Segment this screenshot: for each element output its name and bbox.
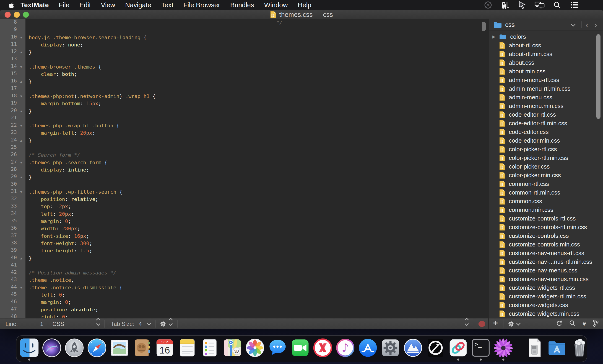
fold-down-icon[interactable]: ▼ [18, 34, 24, 41]
editor-scrollbar-thumb[interactable] [482, 22, 486, 31]
file-item-common-rtl.css[interactable]: common-rtl.css [489, 179, 603, 188]
file-item-code-editor.css[interactable]: code-editor.css [489, 128, 603, 136]
menu-bundles[interactable]: Bundles [225, 0, 259, 10]
fold-down-icon[interactable]: ▼ [18, 93, 24, 100]
dock-reminders-icon[interactable] [200, 338, 220, 357]
close-button[interactable] [5, 12, 11, 18]
dock-itunes-icon[interactable]: ♪ [336, 338, 355, 357]
creative-cloud-icon[interactable]: ∞ [484, 1, 492, 9]
dock-black-bolt-app-icon[interactable] [426, 338, 445, 357]
dock-mail-icon[interactable] [110, 338, 129, 357]
menu-help[interactable]: Help [293, 0, 316, 10]
menu-view[interactable]: View [96, 0, 120, 10]
fold-down-icon[interactable]: ▼ [18, 122, 24, 129]
file-item-about-rtl.css[interactable]: about-rtl.css [489, 41, 603, 50]
file-item-color-picker.min.css[interactable]: color-picker.min.css [489, 171, 603, 179]
code-editor[interactable]: 8910▼1112▲1314▼1516▲1718▼1920▲2122▼2324▲… [0, 19, 489, 319]
fold-up-icon[interactable]: ▲ [18, 137, 24, 144]
file-item-customize-widgets-rtl.css[interactable]: customize-widgets-rtl.css [489, 283, 603, 292]
fold-down-icon[interactable]: ▼ [18, 159, 24, 166]
menu-file-browser[interactable]: File Browser [178, 0, 225, 10]
file-item-color-picker-rtl.css[interactable]: color-picker-rtl.css [489, 145, 603, 154]
back-button[interactable]: ‹ [583, 20, 591, 29]
file-item-about.css[interactable]: about.css [489, 58, 603, 67]
dock-document-file-icon[interactable] [525, 338, 544, 357]
dock-news-icon[interactable] [313, 338, 332, 357]
file-item-customize-nav-menus-rtl.css[interactable]: customize-nav-menus-rtl.css [489, 249, 603, 257]
user-list-icon[interactable] [570, 1, 579, 9]
folder-popup-chevron-icon[interactable] [571, 22, 576, 27]
fold-up-icon[interactable]: ▲ [18, 48, 24, 56]
dock-appstore-icon[interactable] [358, 338, 377, 357]
menu-edit[interactable]: Edit [74, 0, 96, 10]
code-pane[interactable]: ----------------------------------------… [25, 19, 489, 319]
file-item-customize-controls-rtl.min.css[interactable]: customize-controls-rtl.min.css [489, 223, 603, 232]
file-item-admin-menu-rtl.css[interactable]: admin-menu-rtl.css [489, 76, 603, 84]
zoom-button[interactable] [23, 12, 29, 18]
action-gear-icon[interactable] [508, 319, 514, 329]
file-item-common-rtl.min.css[interactable]: common-rtl.min.css [489, 188, 603, 197]
language-selector[interactable]: CSS [52, 319, 64, 329]
file-item-customize-nav-menus.css[interactable]: customize-nav-menus.css [489, 266, 603, 275]
forward-button[interactable]: › [591, 20, 600, 29]
dock-blue-mountains-app-icon[interactable] [404, 338, 423, 357]
file-item-customize-widgets-rtl.min.css[interactable]: customize-widgets-rtl.min.css [489, 292, 603, 301]
file-item-code-editor-rtl.css[interactable]: code-editor-rtl.css [489, 110, 603, 119]
macro-record-indicator[interactable] [478, 319, 485, 329]
displays-icon[interactable] [534, 1, 545, 9]
fold-up-icon[interactable]: ▲ [18, 174, 24, 181]
menu-app-name[interactable]: TextMate [18, 0, 54, 10]
apple-menu-icon[interactable] [9, 2, 15, 8]
file-item-common.min.css[interactable]: common.min.css [489, 205, 603, 214]
folder-item-colors[interactable]: ▶colors [489, 32, 603, 41]
dock-contacts-icon[interactable] [132, 338, 152, 357]
action-chevron-icon[interactable] [517, 319, 520, 329]
file-item-customize-controls.min.css[interactable]: customize-controls.min.css [489, 240, 603, 249]
bundle-gear-icon[interactable] [160, 319, 166, 329]
file-item-color-picker.css[interactable]: color-picker.css [489, 162, 603, 171]
dock-facetime-icon[interactable] [290, 338, 310, 357]
file-item-about.min.css[interactable]: about.min.css [489, 67, 603, 76]
dock-messages-icon[interactable] [268, 338, 287, 357]
dock-system-preferences-icon[interactable] [381, 338, 400, 357]
forklift-icon[interactable] [501, 1, 510, 9]
menu-navigate[interactable]: Navigate [120, 0, 156, 10]
dock-finder-icon[interactable] [20, 338, 39, 357]
fold-up-icon[interactable]: ▲ [18, 108, 24, 115]
fold-up-icon[interactable]: ▲ [18, 255, 24, 262]
dock-siri-icon[interactable] [42, 338, 61, 357]
language-stepper-icon[interactable] [97, 319, 100, 329]
line-value[interactable]: 1 [34, 319, 43, 329]
dock-trash-icon[interactable] [570, 338, 589, 357]
dock-applications-folder-icon[interactable]: A [547, 338, 567, 357]
dock-launchpad-icon[interactable] [65, 338, 84, 357]
fold-down-icon[interactable]: ▼ [18, 284, 24, 291]
tab-size-chevron-icon[interactable] [147, 319, 151, 329]
tab-size-value[interactable]: 4 [139, 319, 142, 329]
disclosure-triangle-icon[interactable]: ▶ [492, 34, 495, 39]
file-item-about-rtl.min.css[interactable]: about-rtl.min.css [489, 50, 603, 58]
file-item-admin-menu.css[interactable]: admin-menu.css [489, 93, 603, 102]
fold-down-icon[interactable]: ▼ [18, 63, 24, 71]
favorites-heart-icon[interactable]: ♥ [582, 321, 586, 327]
bundle-stepper-icon[interactable] [169, 319, 172, 329]
pointer-icon[interactable] [518, 1, 526, 9]
fold-up-icon[interactable]: ▲ [18, 78, 24, 85]
search-icon[interactable] [569, 320, 576, 328]
dock-safari-icon[interactable] [87, 338, 106, 357]
menu-window[interactable]: Window [259, 0, 293, 10]
file-list-scrollbar-thumb[interactable] [596, 34, 601, 119]
file-item-admin-menu.min.css[interactable]: admin-menu.min.css [489, 102, 603, 110]
menu-file[interactable]: File [54, 0, 75, 10]
minimize-button[interactable] [14, 12, 20, 18]
dock-calendar-icon[interactable]: SEP16 [155, 338, 174, 357]
title-bar[interactable]: themes.css — css [0, 10, 603, 19]
spotlight-icon[interactable] [553, 1, 561, 9]
dock-notes-icon[interactable] [178, 338, 197, 357]
file-item-customize-nav-...nus-rtl.min.css[interactable]: customize-nav-...nus-rtl.min.css [489, 257, 603, 266]
dock-loops-app-icon[interactable] [449, 338, 468, 357]
reload-icon[interactable] [556, 320, 563, 328]
dock-photos-icon[interactable] [245, 338, 265, 357]
file-item-admin-menu-rtl.min.css[interactable]: admin-menu-rtl.min.css [489, 84, 603, 93]
dock-flower-app-icon[interactable] [494, 338, 513, 357]
